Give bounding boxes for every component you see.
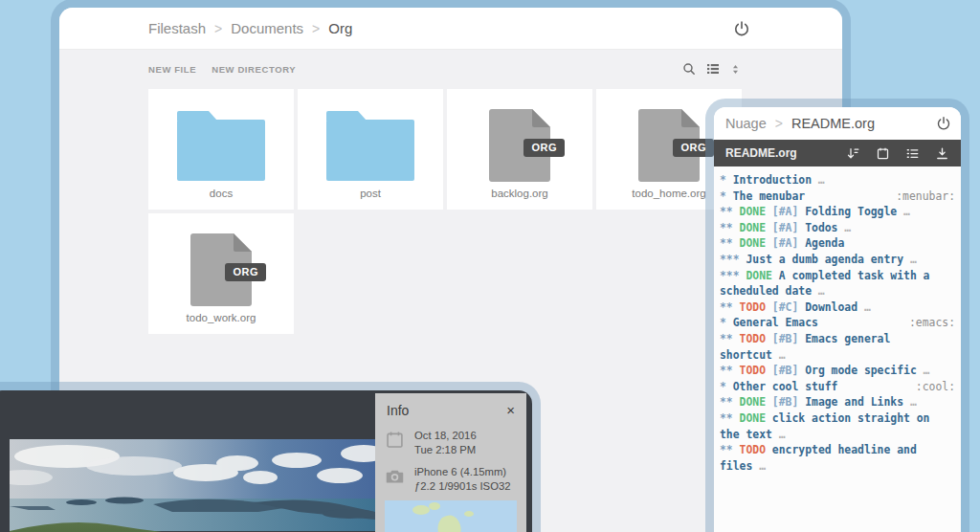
nuage-toolbar: README.org [714, 140, 961, 166]
org-tag: :emacs: [909, 315, 955, 331]
org-file-icon: ORG [489, 109, 550, 182]
image-viewer-window: Info × Oct 18, 2016Tue 2:18 PMiPhone 6 (… [0, 390, 532, 532]
new-directory-button[interactable]: NEW DIRECTORY [212, 64, 296, 75]
info-text: Oct 18, 2016Tue 2:18 PM [414, 429, 477, 456]
list-view-icon[interactable] [705, 61, 721, 77]
org-line: ** TODO [#B] Emacs general [720, 331, 955, 347]
info-panel-title: Info [387, 403, 506, 418]
file-type-badge: ORG [523, 139, 565, 157]
checklist-icon[interactable] [905, 146, 920, 161]
file-card-todo_work.org[interactable]: ORGtodo_work.org [148, 213, 294, 334]
org-line: scheduled date … [720, 283, 955, 299]
file-type-badge: ORG [673, 139, 714, 157]
org-line: ** TODO encrypted headline and [720, 442, 955, 458]
org-line: * Introduction … [720, 172, 955, 188]
calendar-icon [385, 430, 406, 450]
org-line: *** DONE A completed task with a [720, 268, 955, 284]
org-line: ** DONE [#A] Todos … [720, 220, 955, 236]
power-icon[interactable] [733, 20, 750, 37]
org-line: ** DONE [#A] Agenda [720, 235, 955, 252]
org-line: ** DONE [#B] Image and Links … [720, 394, 955, 410]
org-line: ** TODO [#C] Download … [720, 299, 955, 316]
breadcrumb-separator: > [214, 21, 222, 36]
main-header: Filestash > Documents > Org [59, 8, 842, 50]
sort-descending-icon[interactable] [846, 146, 860, 161]
sort-icon[interactable] [729, 62, 742, 77]
photo-landscape [10, 439, 375, 532]
org-line: * General Emacs:emacs: [720, 315, 955, 331]
org-tag: :cool: [916, 379, 955, 395]
file-type-badge: ORG [225, 263, 266, 281]
info-panel: Info × Oct 18, 2016Tue 2:18 PMiPhone 6 (… [375, 393, 526, 532]
org-line: ** DONE click action straight on [720, 410, 955, 427]
org-line: * Other cool stuff:cool: [720, 379, 955, 395]
file-name-label: todo_work.org [187, 312, 256, 323]
download-icon[interactable] [935, 146, 949, 161]
camera-icon [385, 466, 406, 486]
map-thumbnail [385, 500, 517, 532]
org-line: *** Just a dumb agenda entry … [720, 252, 955, 268]
breadcrumb-filestash[interactable]: Filestash [148, 20, 206, 36]
org-line: files … [720, 458, 955, 475]
file-card-backlog.org[interactable]: ORGbacklog.org [447, 89, 592, 210]
breadcrumb-documents[interactable]: Documents [231, 20, 303, 36]
file-name-label: docs [210, 188, 233, 199]
org-file-icon: ORG [638, 109, 700, 182]
nuage-header: Nuage > README.org [714, 107, 961, 140]
file-card-docs[interactable]: docs [148, 89, 294, 210]
info-row: Oct 18, 2016Tue 2:18 PM [375, 424, 526, 460]
org-line: ** DONE [#A] Folding Toggle … [720, 204, 955, 220]
org-line: ** TODO [#B] Org mode specific … [720, 363, 955, 379]
info-text: iPhone 6 (4.15mm)ƒ2.2 1/9901s ISO32 [414, 465, 511, 493]
breadcrumb-separator: > [775, 116, 783, 131]
info-row: iPhone 6 (4.15mm)ƒ2.2 1/9901s ISO32 [375, 460, 526, 497]
nuage-panel: Nuage > README.org README.org * Introduc [714, 107, 961, 532]
org-line: shortcut … [720, 347, 955, 364]
breadcrumb-readme: README.org [791, 116, 875, 131]
breadcrumb-separator: > [312, 21, 320, 36]
org-file-icon: ORG [190, 233, 252, 306]
org-tag: :menubar: [896, 188, 955, 205]
folder-icon [326, 120, 414, 181]
new-file-button[interactable]: NEW FILE [148, 64, 196, 75]
breadcrumb-org: Org [328, 20, 352, 36]
open-filename: README.org [725, 146, 846, 160]
main-toolbar: NEW FILE NEW DIRECTORY [59, 50, 842, 88]
org-file-preview: * Introduction …* The menubar:menubar:**… [714, 166, 961, 474]
org-line: the text … [720, 427, 955, 443]
file-grid: docspostORGbacklog.orgORGtodo_home.orgOR… [148, 89, 742, 334]
file-name-label: backlog.org [491, 188, 547, 199]
breadcrumb-nuage[interactable]: Nuage [725, 116, 767, 131]
folder-icon [177, 120, 265, 181]
power-icon[interactable] [936, 116, 951, 131]
file-card-post[interactable]: post [298, 89, 443, 210]
close-icon[interactable]: × [506, 405, 515, 416]
search-icon[interactable] [681, 61, 697, 77]
calendar-icon[interactable] [876, 146, 890, 161]
org-line: * The menubar:menubar: [720, 188, 955, 205]
file-name-label: post [360, 188, 381, 199]
file-name-label: todo_home.org [632, 188, 705, 199]
